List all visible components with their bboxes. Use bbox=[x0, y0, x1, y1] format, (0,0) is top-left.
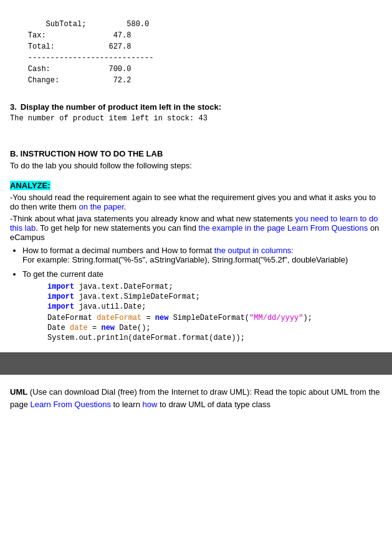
kw-import-2: import bbox=[47, 292, 74, 301]
kw-import-1: import bbox=[47, 282, 74, 291]
import-1-rest: java.text.DateFormat; bbox=[74, 282, 173, 291]
analyze-label: ANALYZE: bbox=[10, 181, 50, 190]
bullet-1: How to format a decimal numbers and How … bbox=[22, 246, 382, 264]
println-text: System.out.println(dateFormat.format(dat… bbox=[47, 334, 245, 342]
bullet-1-sub: For example: String.format("%-5s", aStri… bbox=[22, 255, 348, 264]
uml-label: UML bbox=[10, 387, 27, 397]
divider: ---------------------------- bbox=[10, 54, 153, 62]
analyze-line1-end: . bbox=[124, 202, 127, 211]
import-3-rest: java.util.Date; bbox=[74, 302, 146, 311]
analyze-line2-blue2: the example in the page Learn From Quest… bbox=[199, 223, 368, 233]
date-line: Date date = new Date(); bbox=[47, 324, 382, 332]
d-eq: = bbox=[88, 324, 102, 332]
section-3-label: Display the number of product item left … bbox=[21, 102, 221, 112]
section-b-title: B. INSTRUCTION HOW TO DO THE LAB bbox=[10, 149, 382, 158]
df-var: dateFormat bbox=[97, 314, 141, 322]
analyze-line1-blue: on the paper bbox=[79, 202, 124, 211]
stock-code-line: The number of product item left in stock… bbox=[10, 114, 382, 123]
d-cls: Date(); bbox=[115, 324, 151, 332]
uml-how: how bbox=[142, 400, 157, 409]
bullet-2: To get the current date import java.text… bbox=[22, 269, 382, 342]
import-1: import java.text.DateFormat; bbox=[47, 282, 382, 291]
uml-link[interactable]: Learn From Questions bbox=[31, 400, 111, 409]
section-3-header: 3. Display the number of product item le… bbox=[10, 102, 382, 112]
section-3-number: 3. bbox=[10, 102, 17, 112]
bottom-section: UML (Use can download Dial (free) from t… bbox=[0, 375, 392, 417]
import-3: import java.util.Date; bbox=[47, 302, 382, 311]
page-content: SubTotal; 580.0 Tax: 47.8 Total: 627.8 -… bbox=[0, 0, 392, 342]
df-cls: SimpleDateFormat( bbox=[168, 314, 249, 322]
analyze-line1: -You should read the requirement again t… bbox=[10, 193, 382, 211]
bullet-2-main: To get the current date bbox=[22, 269, 103, 279]
bullet-1-blue: the output in columns: bbox=[214, 246, 294, 255]
section-b-intro: To do the lab you should follow the foll… bbox=[10, 161, 382, 170]
analyze-line1-part1: -You should read the requirement again t… bbox=[10, 193, 376, 211]
analyze-line2-part2: . To get help for new statements you can… bbox=[36, 223, 198, 233]
analyze-section: ANALYZE: bbox=[10, 181, 382, 190]
kw-import-3: import bbox=[47, 302, 74, 311]
gray-divider-bar bbox=[0, 352, 392, 375]
df-type: DateFormat bbox=[47, 314, 97, 322]
uml-text-end: to learn bbox=[111, 400, 143, 409]
import-2-rest: java.text.SimpleDateFormat; bbox=[74, 292, 200, 301]
df-new: new bbox=[155, 314, 169, 322]
code-block: import java.text.DateFormat; import java… bbox=[47, 282, 382, 342]
bullet-1-main: How to format a decimal numbers and How … bbox=[22, 246, 214, 255]
receipt-block: SubTotal; 580.0 Tax: 47.8 Total: 627.8 -… bbox=[10, 7, 382, 97]
uml-paragraph: UML (Use can download Dial (free) from t… bbox=[10, 386, 382, 410]
df-str: "MM/dd/yyyy" bbox=[249, 314, 303, 322]
subtotal-row: SubTotal; 580.0 Tax: 47.8 Total: 627.8 bbox=[10, 20, 149, 51]
d-new: new bbox=[101, 324, 115, 332]
uml-text-end2: to draw UML of data type class bbox=[157, 400, 270, 409]
dateformat-line: DateFormat dateFormat = new SimpleDateFo… bbox=[47, 314, 382, 322]
import-2: import java.text.SimpleDateFormat; bbox=[47, 292, 382, 301]
bullet-list: How to format a decimal numbers and How … bbox=[22, 246, 382, 342]
analyze-line2: -Think about what java statements you al… bbox=[10, 214, 382, 242]
d-type: Date bbox=[47, 324, 70, 332]
analyze-line2-part1: -Think about what java statements you al… bbox=[10, 214, 295, 223]
println-line: System.out.println(dateFormat.format(dat… bbox=[47, 334, 382, 342]
df-end: ); bbox=[304, 314, 312, 322]
cash-row: Cash: 700.0 Change: 72.2 bbox=[10, 65, 131, 85]
d-var: date bbox=[70, 324, 88, 332]
df-eq: = bbox=[141, 314, 155, 322]
